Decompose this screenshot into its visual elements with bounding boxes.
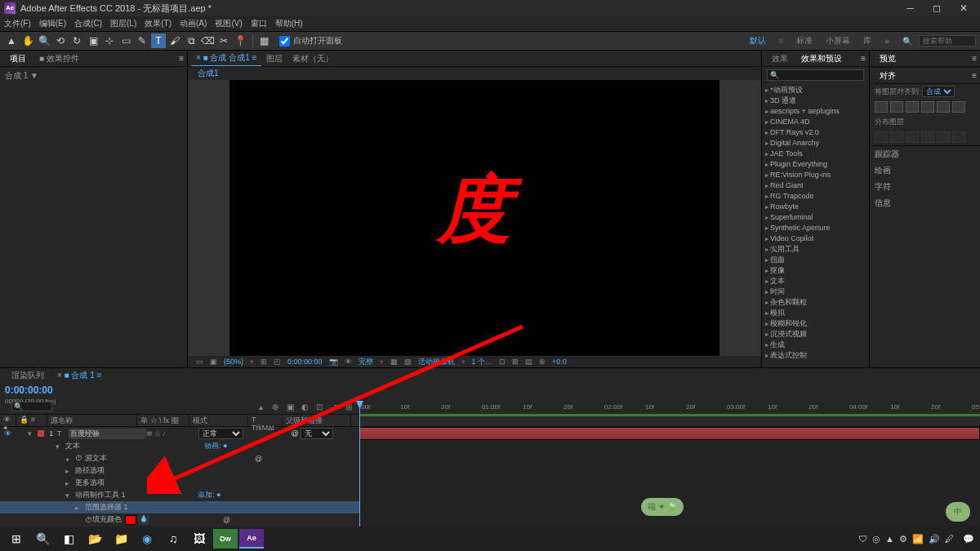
effect-category[interactable]: 文本 — [765, 276, 866, 287]
tl-btn-2[interactable]: ⊕ — [269, 401, 282, 412]
comp-icon-c[interactable]: ▤ — [525, 358, 532, 366]
menu-layer[interactable]: 图层(L) — [110, 18, 136, 29]
zoom-tool[interactable]: 🔍 — [37, 33, 51, 48]
prop-fill-color[interactable]: ⏱ 填充颜色 💧 @ — [0, 513, 359, 526]
tray-icon[interactable]: 🖊 — [945, 534, 954, 544]
eraser-tool[interactable]: ⌫ — [200, 33, 215, 48]
menu-file[interactable]: 文件(F) — [4, 18, 31, 29]
tracker-item[interactable]: 跟踪器 — [870, 146, 980, 162]
effect-category[interactable]: 时间 — [765, 287, 866, 297]
mask-icon[interactable]: ◰ — [274, 358, 281, 366]
effect-category[interactable]: DFT Rays v2.0 — [765, 127, 866, 138]
menu-edit[interactable]: 编辑(E) — [39, 18, 66, 29]
effect-category[interactable]: 模拟 — [765, 308, 866, 318]
layer-color[interactable] — [38, 430, 44, 437]
taskbar-app-1[interactable]: 📂 — [82, 529, 107, 549]
tab-composition[interactable]: × ■ 合成 合成1 ≡ — [191, 51, 261, 66]
menu-view[interactable]: 视图(V) — [215, 18, 242, 29]
effect-category[interactable]: Red Giant — [765, 180, 866, 191]
taskbar-app-2[interactable]: 📁 — [109, 529, 133, 549]
rotate-tool[interactable]: ↻ — [69, 33, 84, 48]
roto-tool[interactable]: ✂ — [216, 33, 231, 48]
workspace-small[interactable]: 小屏幕 — [826, 35, 850, 47]
rect-tool[interactable]: ▭ — [118, 33, 133, 48]
menu-animation[interactable]: 动画(A) — [180, 18, 207, 29]
paint-item[interactable]: 绘画 — [870, 162, 980, 179]
workspace-more[interactable]: » — [884, 37, 889, 46]
menu-window[interactable]: 窗口 — [251, 18, 267, 29]
active-camera[interactable]: 活动摄像机 — [418, 357, 455, 367]
col-source-name[interactable]: 源名称 — [47, 415, 137, 426]
effect-category[interactable]: JAE Tools — [765, 149, 866, 159]
viewer[interactable]: 度 — [188, 80, 761, 356]
taskbar-app-3[interactable]: ◉ — [135, 529, 159, 549]
tray-icon[interactable]: 🔊 — [929, 534, 940, 544]
effect-category[interactable]: 实用工具 — [765, 244, 866, 255]
current-time-indicator[interactable] — [359, 401, 360, 538]
workspace-default[interactable]: 默认 — [750, 35, 766, 47]
effect-category[interactable]: Plugin Everything — [765, 159, 866, 170]
magnify-icon[interactable]: ▭ — [196, 358, 203, 366]
align-hcenter[interactable] — [890, 101, 903, 113]
menu-help[interactable]: 帮助(H) — [275, 18, 303, 29]
selection-tool[interactable]: ▲ — [4, 33, 19, 48]
snap-toggle[interactable]: ▦ — [256, 33, 271, 48]
tab-effects-presets[interactable]: 效果和预设 — [795, 51, 849, 66]
effect-category[interactable]: 表达式控制 — [765, 350, 866, 361]
effect-category[interactable]: Rowbyte — [765, 202, 866, 212]
snapshot-icon[interactable]: 📷 — [329, 358, 338, 366]
task-view[interactable]: ◧ — [56, 529, 81, 549]
prop-path-options[interactable]: ▸路径选项 — [0, 464, 359, 477]
effects-menu-icon[interactable]: ≡ — [861, 54, 866, 63]
workspace-library[interactable]: 库 — [863, 35, 871, 47]
tray-icon[interactable]: ▲ — [885, 534, 894, 544]
prop-text[interactable]: ▾文本动画: ● — [0, 440, 359, 452]
align-top[interactable] — [921, 101, 934, 113]
effect-category[interactable]: 3D 通道 — [765, 96, 866, 106]
menu-effect[interactable]: 效果(T) — [145, 18, 172, 29]
tray-icon[interactable]: ◎ — [872, 534, 880, 544]
align-left[interactable] — [875, 101, 888, 113]
orbit-tool[interactable]: ⟲ — [53, 33, 68, 48]
grid-icon[interactable]: ⊞ — [261, 358, 267, 366]
effect-category[interactable]: Synthetic Aperture — [765, 223, 866, 233]
effect-category[interactable]: Superluminal — [765, 212, 866, 223]
tab-layer[interactable]: 图层 — [261, 51, 287, 66]
quality[interactable]: 完整 — [359, 357, 373, 367]
tab-render-queue[interactable]: 渲染队列 — [5, 368, 51, 383]
prop-animator[interactable]: ▾动画制作工具 1添加: ● — [0, 489, 359, 501]
layer-name[interactable]: 百度经验 — [69, 429, 147, 439]
tl-btn-3[interactable]: ▣ — [283, 401, 296, 412]
resolution-icon[interactable]: ▣ — [210, 358, 217, 366]
timeline-timecode[interactable]: 0:00:00:00 — [5, 384, 53, 396]
transparency-icon[interactable]: ▨ — [404, 358, 412, 366]
character-item[interactable]: 字符 — [870, 179, 980, 195]
tray-icon[interactable]: 🛡 — [858, 534, 867, 544]
comp-icon-a[interactable]: ⊡ — [499, 358, 506, 366]
taskbar-app-4[interactable]: ♫ — [161, 529, 185, 549]
brush-tool[interactable]: 🖌 — [167, 33, 182, 48]
tl-btn-7[interactable]: ⊞ — [342, 401, 355, 412]
effect-category[interactable]: 沉浸式视频 — [765, 329, 866, 340]
viewer-timecode[interactable]: 0:00:00:00 — [287, 358, 323, 366]
tutorial-callout-2[interactable]: 中 — [946, 502, 970, 522]
text-tool[interactable]: T — [151, 33, 166, 48]
layer-row-1[interactable]: 👁 ▾ 1 T 百度经验 单 ☆ / 正常 @ 无 — [0, 427, 359, 440]
parent-select[interactable]: 无 — [301, 428, 333, 439]
effect-category[interactable]: RG Trapcode — [765, 191, 866, 202]
tray-icon[interactable]: 💬 — [963, 534, 974, 544]
prop-range-selector[interactable]: ▸范围选择器 1 — [0, 501, 359, 513]
prop-more-options[interactable]: ▸更多选项 — [0, 477, 359, 489]
effect-category[interactable]: RE:Vision Plug-ins — [765, 170, 866, 180]
align-menu-icon[interactable]: ≡ — [972, 71, 977, 80]
taskbar-app-6[interactable]: Dw — [213, 529, 238, 549]
tutorial-callout-1[interactable]: 端 ✦ 🍃 — [641, 498, 684, 516]
effect-category[interactable]: 杂色和颗粒 — [765, 297, 866, 308]
maximize-button[interactable]: ◻ — [924, 2, 949, 14]
effect-category[interactable]: aescripts + aeplugins — [765, 106, 866, 117]
tab-align[interactable]: 对齐 — [873, 69, 902, 83]
tray-icon[interactable]: 📶 — [912, 534, 924, 544]
tab-preview[interactable]: 预览 — [873, 51, 902, 66]
eyedropper-icon[interactable]: 💧 — [138, 515, 149, 525]
taskbar-app-5[interactable]: 🖼 — [187, 529, 212, 549]
